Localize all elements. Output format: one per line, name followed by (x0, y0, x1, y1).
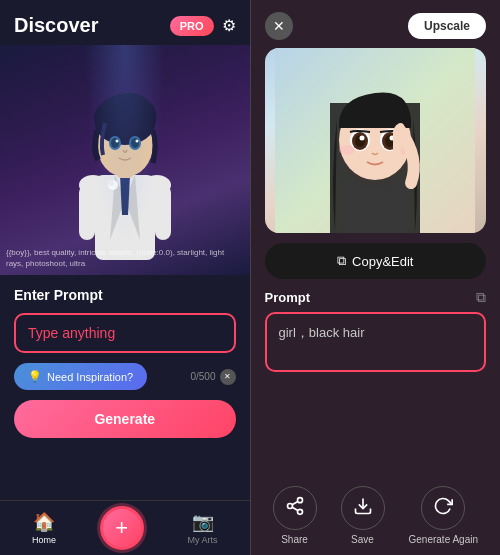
prompt-section: Prompt ⧉ girl，black hair (265, 289, 487, 472)
share-label: Share (281, 534, 308, 545)
right-image-area (251, 48, 501, 233)
header-right: PRO ⚙ (170, 16, 236, 36)
svg-point-40 (297, 509, 302, 514)
my-arts-label: My Arts (188, 535, 218, 545)
inspiration-row: 💡 Need Inspiration? 0/500 ✕ (14, 363, 236, 390)
left-header: Discover PRO ⚙ (0, 0, 250, 45)
prompt-label-row: Prompt ⧉ (265, 289, 487, 306)
save-label: Save (351, 534, 374, 545)
nav-home[interactable]: 🏠 Home (32, 511, 56, 545)
svg-point-39 (287, 503, 292, 508)
save-action[interactable]: Save (341, 486, 385, 545)
save-button[interactable] (341, 486, 385, 530)
svg-point-11 (111, 138, 119, 148)
plus-icon: + (115, 517, 128, 539)
svg-point-5 (108, 180, 114, 186)
inspiration-button[interactable]: 💡 Need Inspiration? (14, 363, 147, 390)
left-bottom: Enter Prompt Type anything 💡 Need Inspir… (0, 275, 250, 500)
svg-point-34 (339, 145, 355, 155)
action-row: Share Save (251, 472, 501, 555)
char-count: 0/500 ✕ (190, 369, 235, 385)
image-caption: {{boy}}, best quality, intricate details… (6, 248, 244, 269)
home-label: Home (32, 535, 56, 545)
svg-point-32 (360, 136, 365, 141)
clear-input-button[interactable]: ✕ (220, 369, 236, 385)
left-panel: Discover PRO ⚙ (0, 0, 250, 555)
prompt-text-display: girl，black hair (265, 312, 487, 372)
svg-point-14 (135, 140, 138, 143)
girl-character-illustration (275, 48, 475, 233)
right-header: ✕ Upscale (251, 0, 501, 48)
copy-edit-icon: ⧉ (337, 253, 346, 269)
share-button[interactable] (273, 486, 317, 530)
generate-again-icon (433, 496, 453, 521)
hero-background: {{boy}}, best quality, intricate details… (0, 45, 250, 275)
prompt-label: Prompt (265, 290, 311, 305)
prompt-input[interactable]: Type anything (14, 313, 236, 353)
nav-my-arts[interactable]: 📷 My Arts (188, 511, 218, 545)
nav-create-button[interactable]: + (100, 506, 144, 550)
inspiration-icon: 💡 (28, 370, 42, 383)
close-button[interactable]: ✕ (265, 12, 293, 40)
gear-icon[interactable]: ⚙ (222, 16, 236, 35)
right-panel: ✕ Upscale (251, 0, 501, 555)
home-icon: 🏠 (33, 511, 55, 533)
camera-icon: 📷 (192, 511, 214, 533)
copy-prompt-button[interactable]: ⧉ (476, 289, 486, 306)
svg-point-12 (131, 138, 139, 148)
svg-line-42 (292, 501, 298, 504)
svg-point-13 (115, 140, 118, 143)
share-action[interactable]: Share (273, 486, 317, 545)
enter-prompt-label: Enter Prompt (14, 287, 236, 303)
character-illustration (65, 55, 185, 265)
copy-edit-label: Copy&Edit (352, 254, 413, 269)
svg-line-41 (292, 507, 298, 510)
save-icon (353, 496, 373, 521)
pro-badge[interactable]: PRO (170, 16, 214, 36)
upscale-button[interactable]: Upscale (408, 13, 486, 39)
generate-again-button[interactable] (421, 486, 465, 530)
generate-again-label: Generate Again (409, 534, 479, 545)
inspiration-label: Need Inspiration? (47, 371, 133, 383)
svg-rect-18 (155, 185, 171, 240)
generated-image (265, 48, 487, 233)
generate-button[interactable]: Generate (14, 400, 236, 438)
svg-rect-17 (79, 185, 95, 240)
hero-image-area: {{boy}}, best quality, intricate details… (0, 45, 250, 275)
bottom-nav: 🏠 Home + 📷 My Arts (0, 500, 250, 555)
share-icon (285, 496, 305, 521)
copy-edit-button[interactable]: ⧉ Copy&Edit (265, 243, 487, 279)
page-title: Discover (14, 14, 99, 37)
generate-again-action[interactable]: Generate Again (409, 486, 479, 545)
svg-point-38 (297, 497, 302, 502)
